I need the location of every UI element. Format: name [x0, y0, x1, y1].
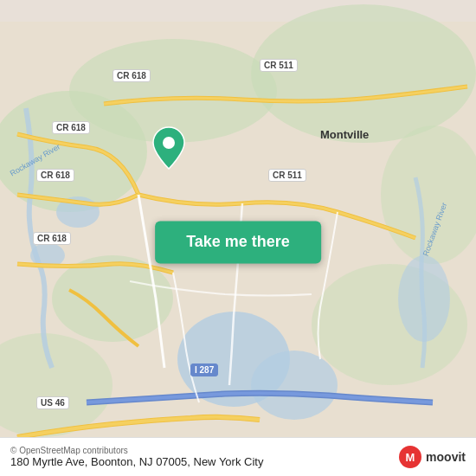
road-label-us46: US 46	[36, 396, 69, 409]
svg-point-13	[163, 137, 175, 149]
road-label-cr618-1: CR 618	[113, 69, 151, 82]
osm-attribution: © OpenStreetMap contributors	[10, 446, 263, 455]
svg-text:M: M	[406, 451, 415, 464]
road-label-cr618-4: CR 618	[33, 232, 71, 245]
moovit-text: moovit	[426, 450, 466, 464]
take-me-there-button[interactable]: Take me there	[155, 221, 321, 263]
road-label-cr618-2: CR 618	[52, 121, 90, 134]
road-label-i287: I 287	[190, 363, 218, 376]
bottom-bar: © OpenStreetMap contributors 180 Myrtle …	[0, 437, 476, 476]
road-label-cr511-mid: CR 511	[268, 169, 306, 182]
svg-point-3	[251, 4, 476, 143]
location-pin	[151, 125, 186, 174]
address-info: © OpenStreetMap contributors 180 Myrtle …	[10, 446, 263, 468]
map-container: CR 511 CR 511 CR 618 CR 618 CR 618 CR 61…	[0, 0, 476, 476]
road-label-cr618-3: CR 618	[36, 169, 74, 182]
svg-point-9	[251, 351, 338, 420]
address-line: 180 Myrtle Ave, Boonton, NJ 07005, New Y…	[10, 455, 263, 468]
town-label-montville: Montville	[320, 128, 369, 141]
road-label-cr511-top: CR 511	[260, 59, 298, 72]
moovit-icon: M	[398, 445, 422, 469]
moovit-logo: M moovit	[398, 445, 466, 469]
